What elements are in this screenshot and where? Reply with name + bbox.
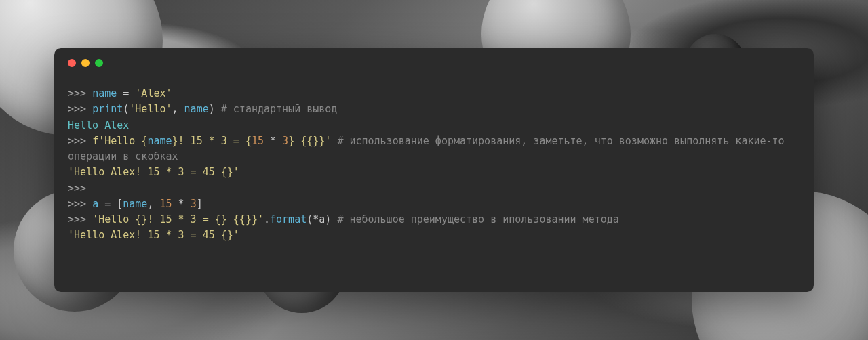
repl-output: 'Hello Alex! 15 * 3 = 45 {}' xyxy=(68,166,239,178)
dot: . xyxy=(264,213,270,226)
number: 3 xyxy=(191,198,197,210)
string-literal: 'Alex' xyxy=(135,87,172,100)
repl-line: >>> f'Hello {name}! 15 * 3 = {15 * 3} {{… xyxy=(68,135,791,163)
number: 15 xyxy=(252,135,264,147)
comment: # небольшое преимущество в ипользовании … xyxy=(337,213,618,226)
variable-ref: name xyxy=(123,198,147,210)
number: 15 xyxy=(159,198,172,210)
fstring: }! 15 * 3 = { xyxy=(172,135,252,147)
operator: * xyxy=(264,135,282,147)
repl-line: >>> name = 'Alex' xyxy=(68,87,172,100)
repl-output: 'Hello Alex! 15 * 3 = 45 {}' xyxy=(68,229,239,241)
string-literal: 'Hello' xyxy=(129,103,172,115)
call-args: (*a) xyxy=(307,213,337,226)
paren: ) xyxy=(209,103,221,115)
function-name: print xyxy=(92,103,123,115)
repl-output: Hello Alex xyxy=(68,119,129,131)
comma: , xyxy=(172,103,184,115)
assign-op: = xyxy=(117,87,135,100)
repl-prompt: >>> xyxy=(68,103,92,115)
terminal-window: >>> name = 'Alex' >>> print('Hello', nam… xyxy=(54,48,814,292)
string-literal: 'Hello {}! 15 * 3 = {} {{}}' xyxy=(92,213,264,226)
repl-prompt-empty: >>> xyxy=(68,182,92,194)
fstring: } {{}}' xyxy=(288,135,331,147)
code-content: >>> name = 'Alex' >>> print('Hello', nam… xyxy=(68,86,800,244)
fstring: f'Hello { xyxy=(92,135,147,147)
operator: * xyxy=(172,198,191,210)
repl-line: >>> 'Hello {}! 15 * 3 = {} {{}}'.format(… xyxy=(68,213,619,226)
variable-ref: name xyxy=(184,103,209,115)
maximize-icon[interactable] xyxy=(95,59,103,67)
repl-prompt: >>> xyxy=(68,213,92,226)
repl-prompt: >>> xyxy=(68,135,92,147)
bracket-close: ] xyxy=(197,198,203,210)
repl-prompt: >>> xyxy=(68,87,92,100)
minimize-icon[interactable] xyxy=(81,59,90,67)
repl-prompt: >>> xyxy=(68,198,92,210)
variable-name: name xyxy=(92,87,117,100)
close-icon[interactable] xyxy=(68,59,76,67)
comma: , xyxy=(147,198,159,210)
repl-line: >>> a = [name, 15 * 3] xyxy=(68,198,203,210)
comment: # стандартный вывод xyxy=(221,103,338,115)
variable-name: a xyxy=(92,198,98,210)
assign-bracket: = [ xyxy=(98,198,123,210)
window-controls xyxy=(68,59,800,67)
repl-line: >>> print('Hello', name) # стандартный в… xyxy=(68,103,337,115)
number: 3 xyxy=(282,135,288,147)
variable-ref: name xyxy=(147,135,172,147)
paren: ( xyxy=(123,103,129,115)
method-name: format xyxy=(270,213,307,226)
